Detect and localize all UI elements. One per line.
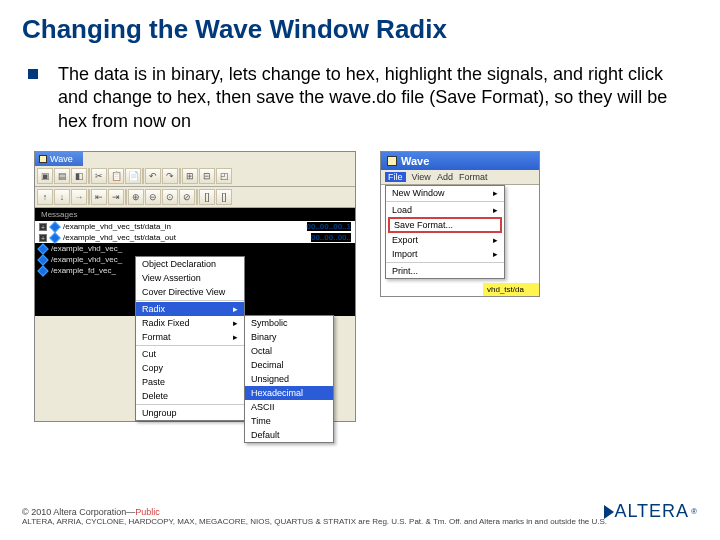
toolbar-button[interactable]: ↷ bbox=[162, 168, 178, 184]
toolbar-button[interactable]: ◧ bbox=[71, 168, 87, 184]
signal-name: /example_vhd_vec_tst/data_in bbox=[63, 222, 171, 231]
signal-row[interactable]: /example_vhd_vec_ bbox=[35, 243, 355, 254]
body-text: The data is in binary, lets change to he… bbox=[58, 64, 667, 131]
signal-value: 00..00..00.. bbox=[311, 233, 351, 242]
submenu-item[interactable]: Binary bbox=[245, 330, 333, 344]
toolbar-button[interactable]: ◰ bbox=[216, 168, 232, 184]
submenu-item[interactable]: ASCII bbox=[245, 400, 333, 414]
menu-item[interactable]: Delete bbox=[136, 389, 244, 403]
menu-item[interactable]: Print... bbox=[386, 264, 504, 278]
logo-text: ALTERA bbox=[614, 501, 689, 522]
menu-bar: File View Add Format bbox=[381, 170, 539, 185]
menu-item[interactable]: Export▸ bbox=[386, 233, 504, 247]
wave-icon bbox=[39, 155, 47, 163]
submenu-item[interactable]: Default bbox=[245, 428, 333, 442]
diamond-icon bbox=[49, 232, 60, 243]
signal-name: /example_vhd_vec_tst/data_out bbox=[63, 233, 176, 242]
toolbar-button[interactable]: ▤ bbox=[54, 168, 70, 184]
altera-logo: ALTERA ® bbox=[604, 501, 698, 522]
toolbar-row-2: ↑ ↓ → ⇤ ⇥ ⊕ ⊖ ⊙ ⊘ [] [] bbox=[35, 187, 355, 208]
menu-separator bbox=[136, 300, 244, 301]
expand-icon[interactable]: + bbox=[39, 223, 47, 231]
toolbar-button[interactable]: 📄 bbox=[125, 168, 141, 184]
toolbar-separator bbox=[88, 168, 90, 184]
slide-body: The data is in binary, lets change to he… bbox=[0, 63, 720, 133]
menu-file[interactable]: File bbox=[385, 172, 406, 182]
wave-titlebar: Wave bbox=[381, 152, 539, 170]
toolbar-separator bbox=[125, 189, 127, 205]
file-dropdown: New Window▸ Load▸ Save Format... Export▸… bbox=[385, 185, 505, 279]
signal-row[interactable]: + /example_vhd_vec_tst/data_out 00..00..… bbox=[35, 232, 355, 243]
toolbar-button[interactable]: ↑ bbox=[37, 189, 53, 205]
triangle-icon bbox=[604, 505, 614, 519]
wave-window-screenshot: Wave ▣ ▤ ◧ ✂ 📋 📄 ↶ ↷ ⊞ ⊟ ◰ ↑ ↓ → ⇤ ⇥ ⊕ bbox=[34, 151, 356, 422]
toolbar-button[interactable]: ⇤ bbox=[91, 189, 107, 205]
toolbar-button[interactable]: ⊖ bbox=[145, 189, 161, 205]
toolbar-button[interactable]: ⊕ bbox=[128, 189, 144, 205]
registered-icon: ® bbox=[691, 507, 698, 516]
toolbar-button[interactable]: [] bbox=[199, 189, 215, 205]
signal-value: 00..00..00..1 bbox=[307, 222, 351, 231]
signal-name: /example_vhd_vec_ bbox=[51, 255, 122, 264]
submenu-item[interactable]: Time bbox=[245, 414, 333, 428]
radix-submenu: Symbolic Binary Octal Decimal Unsigned H… bbox=[244, 315, 334, 443]
submenu-item[interactable]: Unsigned bbox=[245, 372, 333, 386]
toolbar-button[interactable]: → bbox=[71, 189, 87, 205]
menu-view[interactable]: View bbox=[412, 172, 431, 182]
expand-icon[interactable]: + bbox=[39, 234, 47, 242]
bullet-icon bbox=[28, 69, 38, 79]
tooltip-fragment: vhd_tst/da bbox=[483, 283, 539, 296]
menu-item[interactable]: View Assertion bbox=[136, 271, 244, 285]
menu-item[interactable]: Load▸ bbox=[386, 203, 504, 217]
wave-tab[interactable]: Wave bbox=[35, 152, 83, 166]
submenu-item[interactable]: Decimal bbox=[245, 358, 333, 372]
context-menu: Object Declaration View Assertion Cover … bbox=[135, 256, 245, 421]
menu-item[interactable]: Format▸ bbox=[136, 330, 244, 344]
menu-item[interactable]: Paste bbox=[136, 375, 244, 389]
toolbar-button[interactable]: ▣ bbox=[37, 168, 53, 184]
submenu-item[interactable]: Octal bbox=[245, 344, 333, 358]
toolbar-button[interactable]: ⊙ bbox=[162, 189, 178, 205]
signal-name: /example_fd_vec_ bbox=[51, 266, 116, 275]
menu-item[interactable]: Ungroup bbox=[136, 406, 244, 420]
submenu-item[interactable]: Symbolic bbox=[245, 316, 333, 330]
toolbar-separator bbox=[196, 189, 198, 205]
menu-item[interactable]: Copy bbox=[136, 361, 244, 375]
toolbar-button[interactable]: ⊘ bbox=[179, 189, 195, 205]
diamond-icon bbox=[49, 221, 60, 232]
menu-item[interactable]: Radix Fixed▸ bbox=[136, 316, 244, 330]
menu-item[interactable]: Import▸ bbox=[386, 247, 504, 261]
menu-add[interactable]: Add bbox=[437, 172, 453, 182]
diamond-icon bbox=[37, 265, 48, 276]
menu-item-radix[interactable]: Radix▸ bbox=[136, 302, 244, 316]
submenu-item-hex[interactable]: Hexadecimal bbox=[245, 386, 333, 400]
menu-format[interactable]: Format bbox=[459, 172, 488, 182]
menu-item[interactable]: New Window▸ bbox=[386, 186, 504, 200]
menu-separator bbox=[136, 404, 244, 405]
toolbar-button[interactable]: [] bbox=[216, 189, 232, 205]
menu-item[interactable]: Cut bbox=[136, 347, 244, 361]
toolbar-button[interactable]: ✂ bbox=[91, 168, 107, 184]
toolbar-button[interactable]: ⇥ bbox=[108, 189, 124, 205]
toolbar-button[interactable]: ↶ bbox=[145, 168, 161, 184]
toolbar-separator bbox=[142, 168, 144, 184]
signal-row[interactable]: + /example_vhd_vec_tst/data_in 00..00..0… bbox=[35, 221, 355, 232]
toolbar-button[interactable]: ↓ bbox=[54, 189, 70, 205]
menu-separator bbox=[386, 201, 504, 202]
menu-separator bbox=[386, 262, 504, 263]
menu-item[interactable]: Cover Directive View bbox=[136, 285, 244, 299]
trademark-line: ALTERA, ARRIA, CYCLONE, HARDCOPY, MAX, M… bbox=[22, 517, 698, 526]
toolbar-separator bbox=[88, 189, 90, 205]
wave-icon bbox=[387, 156, 397, 166]
toolbar-button[interactable]: 📋 bbox=[108, 168, 124, 184]
diamond-icon bbox=[37, 254, 48, 265]
toolbar-button[interactable]: ⊞ bbox=[182, 168, 198, 184]
toolbar-button[interactable]: ⊟ bbox=[199, 168, 215, 184]
menu-item-save-format[interactable]: Save Format... bbox=[388, 217, 502, 233]
menu-item[interactable]: Object Declaration bbox=[136, 257, 244, 271]
screenshots-row: Wave ▣ ▤ ◧ ✂ 📋 📄 ↶ ↷ ⊞ ⊟ ◰ ↑ ↓ → ⇤ ⇥ ⊕ bbox=[0, 133, 720, 422]
save-format-screenshot: Wave File View Add Format New Window▸ Lo… bbox=[380, 151, 540, 297]
toolbar-separator bbox=[179, 168, 181, 184]
signal-name: /example_vhd_vec_ bbox=[51, 244, 122, 253]
menu-separator bbox=[136, 345, 244, 346]
